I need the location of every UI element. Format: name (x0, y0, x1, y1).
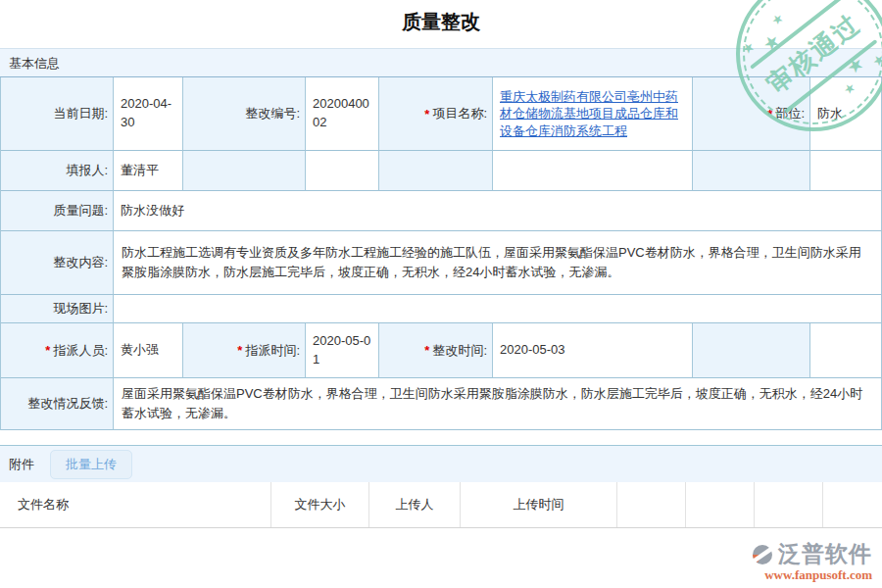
form-row-4: 整改内容: 防水工程施工选调有专业资质及多年防水工程施工经验的施工队伍，屋面采用… (1, 231, 882, 295)
col-header-upload-time: 上传时间 (461, 482, 617, 527)
quality-problem-value: 防水没做好 (114, 191, 882, 231)
brand-name: 泛普软件 (778, 539, 872, 569)
feedback-value: 屋面采用聚氨酯保温PVC卷材防水，界格合理，卫生间防水采用聚胺脂涂膜防水，防水层… (114, 378, 882, 430)
location-label: *部位: (693, 77, 810, 151)
rectify-no-value: 2020040002 (306, 77, 379, 151)
project-name-label: *项目名称: (379, 77, 493, 151)
col-header-file-name: 文件名称 (0, 482, 271, 527)
page-title: 质量整改 (0, 0, 882, 48)
attachments-table-header: 文件名称 文件大小 上传人 上传时间 (0, 482, 882, 528)
col-header-uploader: 上传人 (369, 482, 461, 527)
col-header-empty (823, 482, 882, 527)
assignee-value: 黄小强 (114, 323, 183, 378)
assign-time-label: *指派时间: (183, 323, 306, 378)
rectify-content-value: 防水工程施工选调有专业资质及多年防水工程施工经验的施工队伍，屋面采用聚氨酯保温P… (114, 231, 882, 295)
empty-label-cell (183, 151, 306, 191)
empty-value-cell (810, 151, 882, 191)
reporter-label: 填报人: (1, 151, 114, 191)
rectify-no-label: 整改编号: (183, 77, 306, 151)
form-row-7: 整改情况反馈: 屋面采用聚氨酯保温PVC卷材防水，界格合理，卫生间防水采用聚胺脂… (1, 378, 882, 430)
form-row-5: 现场图片: (1, 295, 882, 323)
fanpu-logo-icon (751, 543, 774, 566)
empty-label-cell (693, 323, 810, 378)
footer-brand: 泛普软件 www.fanpusoft.com (751, 539, 872, 583)
required-asterisk: * (45, 343, 50, 358)
required-asterisk: * (767, 107, 772, 122)
brand-url: www.fanpusoft.com (751, 567, 872, 583)
reporter-value: 董清平 (114, 151, 183, 191)
form-row-2: 填报人: 董清平 (1, 151, 882, 191)
empty-value-cell (810, 323, 882, 378)
basic-info-table: 当前日期: 2020-04-30 整改编号: 2020040002 *项目名称:… (0, 77, 882, 430)
assign-time-value: 2020-05-01 (306, 323, 379, 378)
col-header-file-size: 文件大小 (271, 482, 369, 527)
current-date-label: 当前日期: (1, 77, 114, 151)
required-asterisk: * (424, 343, 429, 358)
rectify-content-label: 整改内容: (1, 231, 114, 295)
rectify-time-label: *整改时间: (379, 323, 493, 378)
form-row-6: *指派人员: 黄小强 *指派时间: 2020-05-01 *整改时间: 2020… (1, 323, 882, 378)
batch-upload-button[interactable]: 批量上传 (50, 450, 132, 479)
required-asterisk: * (237, 343, 242, 358)
empty-value-cell (493, 151, 693, 191)
attachments-section-header: 附件 批量上传 (0, 445, 882, 482)
form-row-1: 当前日期: 2020-04-30 整改编号: 2020040002 *项目名称:… (1, 77, 882, 151)
form-row-3: 质量问题: 防水没做好 (1, 191, 882, 231)
required-asterisk: * (424, 107, 429, 122)
quality-problem-label: 质量问题: (1, 191, 114, 231)
col-header-empty (617, 482, 686, 527)
location-value: 防水 (810, 77, 882, 151)
project-name-cell: 重庆太极制药有限公司亳州中药材仓储物流基地项目成品仓库和设备仓库消防系统工程 (493, 77, 693, 151)
site-photo-value (114, 295, 882, 323)
project-name-link[interactable]: 重庆太极制药有限公司亳州中药材仓储物流基地项目成品仓库和设备仓库消防系统工程 (500, 88, 685, 140)
empty-label-cell (379, 151, 493, 191)
col-header-empty (755, 482, 823, 527)
assignee-label: *指派人员: (1, 323, 114, 378)
attachments-title: 附件 (9, 456, 34, 473)
col-header-empty (686, 482, 755, 527)
current-date-value: 2020-04-30 (114, 77, 183, 151)
empty-label-cell (693, 151, 810, 191)
feedback-label: 整改情况反馈: (1, 378, 114, 430)
basic-info-section-header: 基本信息 (0, 48, 882, 77)
rectify-time-value: 2020-05-03 (493, 323, 693, 378)
site-photo-label: 现场图片: (1, 295, 114, 323)
empty-value-cell (306, 151, 379, 191)
